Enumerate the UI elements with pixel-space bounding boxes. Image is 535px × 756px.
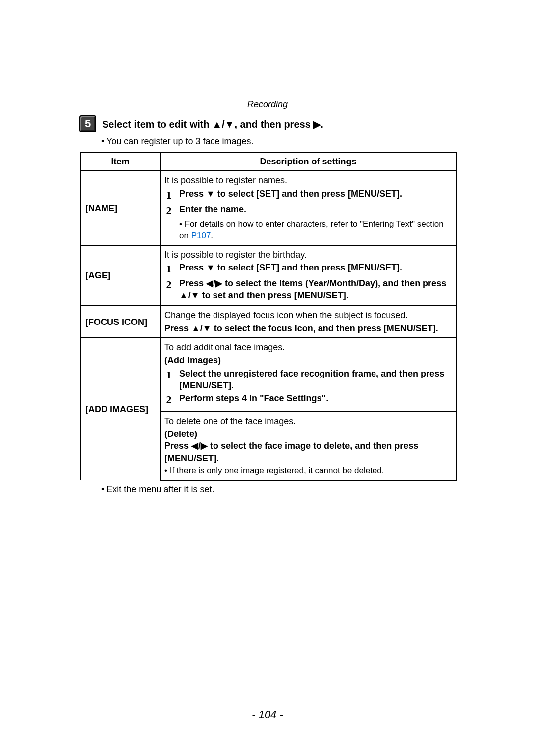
row-age-label: [AGE]: [81, 245, 160, 306]
step-num: 1: [164, 188, 173, 203]
addimages-subhead1: (Add Images): [164, 354, 452, 366]
name-sub-bullet: For details on how to enter characters, …: [179, 219, 452, 242]
list-item: 2 Press ◀/▶ to select the items (Year/Mo…: [164, 277, 452, 302]
age-steps: 1 Press ▼ to select [SET] and then press…: [164, 262, 452, 301]
row-addimages-label: [ADD IMAGES]: [81, 338, 160, 480]
step-num: 2: [164, 392, 173, 407]
addimages-intro1: To add additional face images.: [164, 341, 452, 353]
row-focus-desc: Change the displayed focus icon when the…: [160, 306, 456, 338]
page-number: - 104 -: [0, 708, 535, 721]
name-intro: It is possible to register names.: [164, 174, 452, 186]
table-row: [AGE] It is possible to register the bir…: [81, 245, 456, 306]
link-p107[interactable]: P107: [191, 231, 211, 240]
addimages-steps: 1 Select the unregistered face recogniti…: [164, 368, 452, 407]
addimages-bold2: Press ◀/▶ to select the face image to de…: [164, 440, 452, 464]
row-name-desc: It is possible to register names. 1 Pres…: [160, 171, 456, 245]
row-name-label: [NAME]: [81, 171, 160, 245]
step-text: Perform steps 4 in "Face Settings".: [179, 392, 452, 404]
addimages-subhead2: (Delete): [164, 428, 452, 440]
row-addimages-desc1: To add additional face images. (Add Imag…: [160, 338, 456, 412]
step-title: Select item to edit with ▲/▼, and then p…: [102, 115, 323, 131]
list-item: 2 Enter the name.: [164, 203, 452, 218]
name-steps: 1 Press ▼ to select [SET] and then press…: [164, 188, 452, 218]
step-text: Select the unregistered face recognition…: [179, 368, 452, 392]
header-item: Item: [81, 152, 160, 171]
list-item: 1 Press ▼ to select [SET] and then press…: [164, 262, 452, 276]
table-header-row: Item Description of settings: [81, 152, 456, 171]
step-text: Press ▼ to select [SET] and then press […: [179, 262, 452, 273]
step-num: 1: [164, 262, 173, 276]
step-text: Press ◀/▶ to select the items (Year/Mont…: [179, 277, 452, 302]
table-row: [NAME] It is possible to register names.…: [81, 171, 456, 245]
list-item: 1 Press ▼ to select [SET] and then press…: [164, 188, 452, 203]
focus-intro: Change the displayed focus icon when the…: [164, 309, 452, 321]
focus-bold: Press ▲/▼ to select the focus icon, and …: [164, 323, 452, 334]
addimages-intro2: To delete one of the face images.: [164, 415, 452, 427]
step-text: Press ▼ to select [SET] and then press […: [179, 188, 452, 200]
step-num: 2: [164, 277, 173, 292]
sub-bullet-suffix: .: [211, 231, 213, 240]
table-row: [ADD IMAGES] To add additional face imag…: [81, 338, 456, 412]
step-num: 2: [164, 203, 173, 218]
list-item: 2 Perform steps 4 in "Face Settings".: [164, 392, 452, 407]
header-desc: Description of settings: [160, 152, 456, 171]
row-addimages-desc2: To delete one of the face images. (Delet…: [160, 412, 456, 480]
exit-bullet: Exit the menu after it is set.: [101, 485, 456, 495]
step-number-icon: 5: [79, 115, 96, 132]
step-num: 1: [164, 368, 173, 382]
list-item: 1 Select the unregistered face recogniti…: [164, 368, 452, 392]
sub-bullet-prefix: For details on how to enter characters, …: [179, 219, 444, 240]
addimages-bullet: If there is only one image registered, i…: [164, 465, 452, 477]
step-text: Enter the name.: [179, 203, 452, 215]
step-row: 5 Select item to edit with ▲/▼, and then…: [79, 115, 456, 132]
section-header: Recording: [79, 99, 456, 109]
row-age-desc: It is possible to register the birthday.…: [160, 245, 456, 306]
row-focus-label: [FOCUS ICON]: [81, 306, 160, 338]
settings-table: Item Description of settings [NAME] It i…: [80, 152, 457, 481]
page-content: Recording 5 Select item to edit with ▲/▼…: [0, 0, 535, 495]
age-intro: It is possible to register the birthday.: [164, 249, 452, 261]
table-row: [FOCUS ICON] Change the displayed focus …: [81, 306, 456, 338]
intro-bullet: You can register up to 3 face images.: [101, 136, 456, 147]
